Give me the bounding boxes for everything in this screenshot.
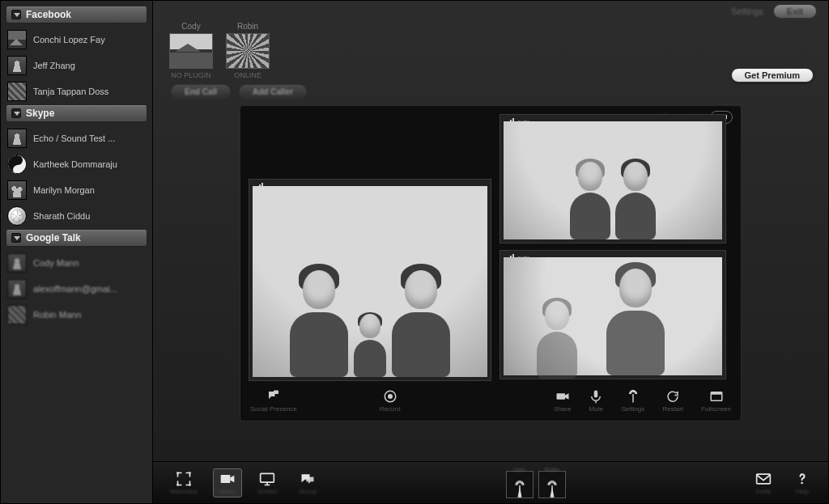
sidebar-section-googletalk[interactable]: Google Talk [6,229,147,247]
svg-rect-11 [220,475,230,483]
topbar: Settings Exit [153,1,828,22]
exit-button[interactable]: Exit [773,4,817,19]
dock-label: Help [796,488,809,495]
svg-rect-3 [556,393,565,400]
video-grid: auto auto [249,114,733,381]
screen-share-button[interactable]: Screen [252,468,283,498]
avatar-icon [7,155,27,174]
mail-icon [755,471,772,487]
stage-toolbar: Social Presence Record Share [249,386,733,413]
toolbar-label: Record [380,405,401,413]
video-tile[interactable]: auto [500,114,726,244]
bandwidth-peer-card[interactable]: Robin [538,467,566,498]
record-icon [383,389,397,404]
caller-name: Cody [181,22,200,31]
settings-link[interactable]: Settings [731,6,763,16]
fullscreen-icon [709,389,724,404]
video-tile-main[interactable] [249,179,491,381]
help-button[interactable]: Help [788,468,817,498]
antenna-label: User [513,467,525,472]
invite-button[interactable]: Invite [749,468,778,498]
get-premium-button[interactable]: Get Premium [731,68,814,83]
caller-card[interactable]: Robin ONLINE [226,22,270,79]
avatar-icon [7,82,27,101]
main-area: Settings Exit Cody NO PLUGIN Robin ONLIN… [153,1,828,503]
sidebar-section-facebook[interactable]: Facebook [6,6,147,23]
contact-item[interactable]: Kartheek Dommaraju [6,151,147,177]
contact-name: Conchi Lopez Fay [33,35,105,44]
svg-point-14 [801,481,803,484]
sidebar-section-skype[interactable]: Skype [6,104,147,122]
svg-point-2 [388,394,393,399]
avatar-icon [7,305,27,324]
svg-rect-12 [261,473,274,482]
bandwidth-user-card[interactable]: User [506,467,534,498]
contact-item[interactable]: Robin Mann [6,302,147,328]
maximize-button[interactable]: Maximize [164,468,203,498]
antenna-label: Robin [545,467,559,472]
contact-name: Marilyn Morgan [33,185,95,195]
dock-label: Screen [257,488,278,495]
avatar-icon [7,206,27,226]
app-window: Facebook Conchi Lopez Fay Jeff Zhang Tan… [0,0,829,504]
contact-name: Echo / Sound Test ... [33,133,115,143]
video-tile[interactable]: auto [500,250,726,379]
stage-wrap: Powered by IVU auto [153,105,828,461]
avatar-icon [7,30,27,49]
share-button[interactable]: Share [554,389,571,413]
record-button[interactable]: Record [380,389,401,413]
contact-name: Tanja Tappan Doss [33,87,108,96]
refresh-icon [665,389,680,404]
video-feed [504,257,722,375]
video-feed [253,186,487,377]
camera-icon [219,471,236,487]
avatar-icon [7,56,27,75]
contact-item[interactable]: alexoffmann@gmai... [6,276,147,302]
group-chat-button[interactable]: Group [293,468,322,498]
get-premium-label: Get Premium [745,70,800,80]
social-presence-button[interactable]: Social Presence [250,389,297,413]
bottom-dock: Maximize Video Screen Group User [153,461,828,503]
avatar-icon [7,129,27,148]
contact-name: Sharath Ciddu [33,211,90,221]
contact-item[interactable]: Jeff Zhang [6,53,147,78]
contact-item[interactable]: Tanja Tappan Doss [6,78,147,104]
end-call-button[interactable]: End Call [171,84,231,99]
microphone-icon [589,389,603,404]
contact-item[interactable]: Cody Mann [6,250,147,276]
dock-label: Invite [755,488,771,495]
caller-status: NO PLUGIN [171,71,211,79]
contact-item[interactable]: Conchi Lopez Fay [6,27,147,53]
caller-thumbnail [226,33,270,69]
contact-item[interactable]: Sharath Ciddu [6,203,147,229]
settings-button[interactable]: Settings [621,389,644,413]
chevron-down-icon [11,10,21,19]
expand-icon [175,471,193,487]
toolbar-label: Mute [589,405,603,413]
caller-thumbnail [169,33,213,69]
sidebar-section-title: Google Talk [26,232,81,244]
contact-item[interactable]: Marilyn Morgan [6,177,147,203]
contact-item[interactable]: Echo / Sound Test ... [6,125,147,151]
toolbar-label: Fullscreen [701,405,731,413]
mute-button[interactable]: Mute [589,389,603,413]
video-stage: Powered by IVU auto [240,105,742,421]
svg-point-9 [176,484,179,486]
contact-name: Jeff Zhang [33,61,75,70]
video-mode-button[interactable]: Video [213,468,242,498]
add-caller-button[interactable]: Add Caller [239,84,307,99]
antenna-icon [626,389,640,404]
chevron-down-icon [11,108,21,118]
restart-button[interactable]: Restart [662,389,683,413]
monitor-icon [258,471,276,487]
svg-rect-0 [274,391,278,395]
antenna-icon [544,478,560,498]
chat-icon [299,471,317,487]
svg-rect-13 [757,474,771,484]
end-call-label: End Call [185,87,217,96]
promo-area: Get Premium [731,67,814,83]
fullscreen-button[interactable]: Fullscreen [701,389,731,413]
toolbar-label: Share [554,405,571,413]
toolbar-label: Social Presence [250,405,297,413]
caller-card[interactable]: Cody NO PLUGIN [169,22,213,79]
